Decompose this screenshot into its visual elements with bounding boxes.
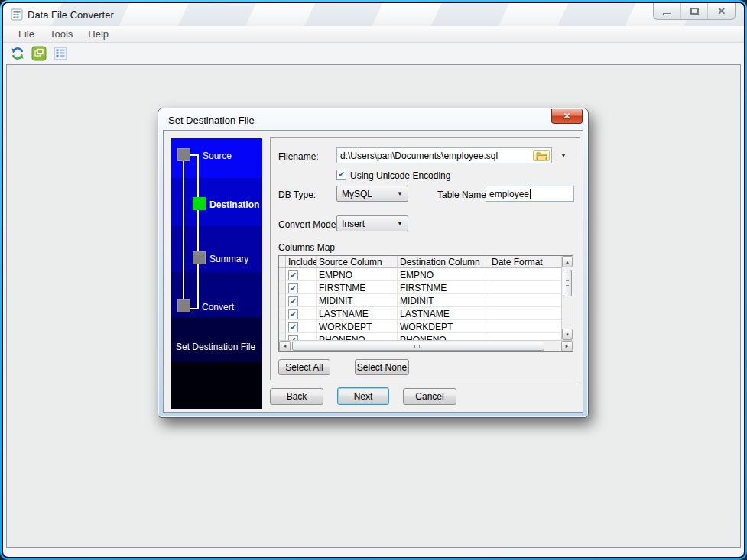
destination-column-cell: EMPNO bbox=[398, 268, 489, 281]
source-column-cell: FIRSTNME bbox=[317, 281, 398, 294]
app-icon bbox=[11, 8, 23, 21]
thumb-grip bbox=[566, 280, 569, 286]
row-selector[interactable] bbox=[279, 333, 286, 340]
chevron-down-icon: ▼ bbox=[397, 190, 403, 197]
include-cell: ✔ bbox=[286, 320, 317, 333]
horizontal-scroll-thumb[interactable] bbox=[292, 342, 544, 351]
date-format-cell bbox=[489, 320, 561, 333]
date-format-cell bbox=[489, 307, 561, 320]
include-cell: ✔ bbox=[286, 333, 317, 340]
chevron-down-icon: ▼ bbox=[560, 152, 567, 159]
db-type-value: MySQL bbox=[342, 189, 372, 199]
scroll-right-button[interactable]: ► bbox=[561, 341, 573, 351]
table-name-input[interactable]: employee bbox=[486, 186, 574, 202]
maximize-button[interactable] bbox=[681, 3, 709, 19]
header-source-column[interactable]: Source Column bbox=[317, 256, 398, 268]
batch-button[interactable] bbox=[31, 45, 47, 62]
form-panel: Filename: d:\Users\pan\Documents\employe… bbox=[270, 137, 580, 380]
select-none-button[interactable]: Select None bbox=[355, 359, 409, 375]
header-date-format[interactable]: Date Format bbox=[489, 256, 561, 268]
filename-value: d:\Users\pan\Documents\employee.sql bbox=[340, 151, 498, 161]
include-checkbox[interactable]: ✔ bbox=[288, 270, 298, 280]
wizard-connector-left bbox=[183, 160, 184, 303]
step-summary-marker bbox=[193, 251, 206, 264]
column-list-icon bbox=[53, 46, 68, 61]
convert-button[interactable] bbox=[9, 45, 26, 62]
filename-input[interactable]: d:\Users\pan\Documents\employee.sql bbox=[336, 147, 552, 163]
date-format-cell bbox=[489, 281, 561, 294]
menu-tools[interactable]: Tools bbox=[42, 27, 80, 41]
next-button[interactable]: Next bbox=[337, 387, 389, 405]
include-cell: ✔ bbox=[286, 294, 317, 307]
menu-file[interactable]: File bbox=[11, 27, 42, 41]
back-button[interactable]: Back bbox=[270, 388, 323, 405]
window-controls: ✕ bbox=[653, 3, 736, 20]
row-selector[interactable] bbox=[279, 281, 286, 294]
row-selector[interactable] bbox=[279, 307, 286, 320]
column-list-button[interactable] bbox=[52, 45, 69, 62]
menu-help[interactable]: Help bbox=[80, 27, 116, 41]
dialog-close-icon: ✕ bbox=[563, 111, 570, 121]
source-column-cell: EMPNO bbox=[317, 268, 398, 281]
table-header-row: Include Source Column Destination Column… bbox=[279, 256, 561, 268]
sidebar-band bbox=[171, 317, 262, 362]
open-folder-icon bbox=[536, 151, 547, 160]
row-selector[interactable] bbox=[279, 294, 286, 307]
title-bar[interactable]: Data File Converter ✕ bbox=[3, 3, 744, 26]
source-column-cell: PHONENO bbox=[317, 333, 398, 340]
columns-map-label: Columns Map bbox=[278, 242, 335, 253]
date-format-cell bbox=[489, 333, 561, 340]
dialog-title: Set Destination File bbox=[168, 115, 255, 126]
convert-mode-select[interactable]: Insert ▼ bbox=[336, 215, 408, 231]
table-row: ✔EMPNOEMPNO bbox=[279, 268, 561, 281]
db-type-select[interactable]: MySQL ▼ bbox=[336, 186, 408, 202]
scroll-up-button[interactable]: ▲ bbox=[562, 256, 573, 267]
arrow-right-icon: ► bbox=[565, 344, 570, 348]
vertical-scrollbar[interactable]: ▲ ▼ bbox=[561, 256, 573, 340]
filename-dropdown-button[interactable]: ▼ bbox=[557, 147, 570, 163]
row-selector[interactable] bbox=[279, 320, 286, 333]
vertical-scroll-thumb[interactable] bbox=[563, 270, 572, 296]
header-row-selector bbox=[279, 256, 286, 268]
include-checkbox[interactable]: ✔ bbox=[288, 283, 298, 293]
browse-button[interactable] bbox=[533, 150, 550, 161]
include-checkbox[interactable]: ✔ bbox=[288, 296, 298, 306]
date-format-cell bbox=[489, 268, 561, 281]
arrow-up-icon: ▲ bbox=[565, 260, 570, 264]
row-selector[interactable] bbox=[279, 268, 286, 281]
dialog-close-button[interactable]: ✕ bbox=[551, 109, 583, 124]
unicode-checkbox[interactable]: ✔ bbox=[336, 170, 346, 180]
step-convert-label: Convert bbox=[202, 302, 234, 312]
header-destination-column[interactable]: Destination Column bbox=[398, 256, 489, 268]
scroll-down-button[interactable]: ▼ bbox=[562, 329, 573, 340]
destination-column-cell: LASTNAME bbox=[398, 307, 489, 320]
step-convert-marker bbox=[177, 299, 190, 312]
destination-column-cell: PHONENO bbox=[398, 333, 489, 340]
maximize-icon bbox=[690, 8, 699, 15]
step-summary-label: Summary bbox=[209, 254, 248, 264]
step-source-marker bbox=[177, 148, 190, 161]
table-row: ✔MIDINITMIDINIT bbox=[279, 294, 561, 307]
include-checkbox[interactable]: ✔ bbox=[288, 322, 298, 332]
close-button[interactable]: ✕ bbox=[708, 3, 735, 19]
destination-column-cell: FIRSTNME bbox=[398, 281, 489, 294]
include-cell: ✔ bbox=[286, 281, 317, 294]
table-row: ✔PHONENOPHONENO bbox=[279, 333, 561, 340]
text-caret bbox=[530, 189, 531, 199]
convert-mode-label: Convert Mode: bbox=[278, 219, 339, 230]
scroll-left-button[interactable]: ◄ bbox=[279, 341, 291, 351]
header-include[interactable]: Include bbox=[286, 256, 317, 268]
thumb-grip bbox=[414, 345, 421, 348]
source-column-cell: MIDINIT bbox=[317, 294, 398, 307]
table-row: ✔FIRSTNMEFIRSTNME bbox=[279, 281, 561, 294]
minimize-button[interactable] bbox=[654, 3, 681, 19]
select-all-button[interactable]: Select All bbox=[278, 359, 330, 375]
window-title: Data File Converter bbox=[28, 9, 114, 21]
filename-label: Filename: bbox=[278, 151, 319, 162]
cancel-button[interactable]: Cancel bbox=[403, 388, 456, 405]
step-destination-marker bbox=[193, 197, 206, 210]
set-destination-dialog: Set Destination File ✕ Source Destinatio… bbox=[158, 108, 589, 418]
unicode-checkbox-label: Using Unicode Encoding bbox=[350, 170, 450, 181]
horizontal-scrollbar[interactable]: ◄ ► bbox=[279, 340, 573, 351]
include-checkbox[interactable]: ✔ bbox=[288, 309, 298, 319]
